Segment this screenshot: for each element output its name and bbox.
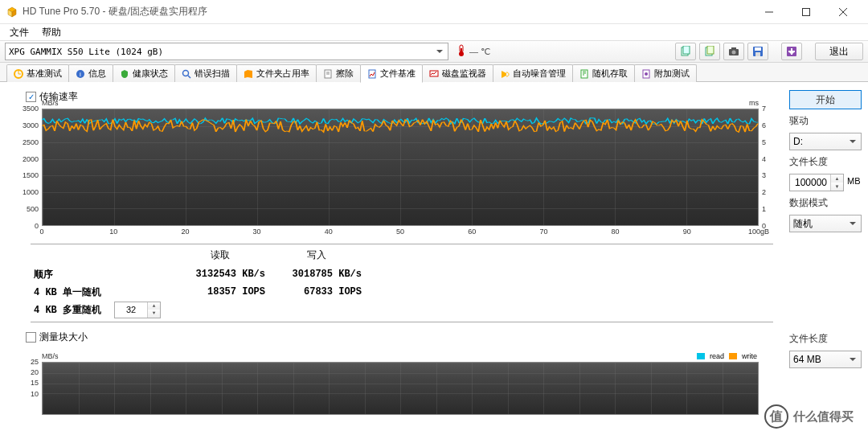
tab-10[interactable]: 附加测试 bbox=[634, 64, 697, 82]
tab-3[interactable]: 错误扫描 bbox=[174, 64, 237, 82]
tab-icon-2 bbox=[120, 69, 129, 79]
svg-rect-1 bbox=[803, 8, 810, 15]
svg-rect-12 bbox=[731, 47, 736, 50]
tab-0[interactable]: 基准测试 bbox=[6, 64, 69, 82]
svg-rect-8 bbox=[683, 46, 690, 54]
screenshot-button[interactable] bbox=[723, 43, 744, 60]
tab-label-5: 擦除 bbox=[336, 68, 354, 80]
svg-point-32 bbox=[645, 72, 648, 76]
chart1-right-unit: ms bbox=[749, 99, 759, 107]
filelen2-select[interactable]: 64 MB bbox=[789, 351, 862, 368]
single-read-value: 18357 IOPS bbox=[207, 286, 265, 298]
filelen2-label: 文件长度 bbox=[789, 332, 862, 346]
menu-file[interactable]: 文件 bbox=[3, 24, 35, 41]
maximize-button[interactable] bbox=[788, 0, 825, 24]
filelen-up[interactable]: ▲ bbox=[831, 174, 843, 183]
seq-label: 顺序 bbox=[34, 268, 53, 281]
drive-label: 驱动 bbox=[789, 114, 862, 128]
start-button[interactable]: 开始 bbox=[789, 90, 862, 109]
titlebar: HD Tune Pro 5.70 - 硬盘/固态硬盘实用程序 bbox=[0, 0, 868, 24]
tab-1[interactable]: i信息 bbox=[68, 64, 113, 82]
filelen-spinner[interactable]: ▲▼ bbox=[789, 174, 844, 191]
side-panel: 开始 驱动 D: 文件长度 ▲▼ MB 数据模式 随机 文件长度 64 MB bbox=[789, 88, 862, 415]
single-write-value: 67833 IOPS bbox=[304, 286, 362, 298]
tab-label-9: 随机存取 bbox=[592, 68, 628, 80]
queue-up[interactable]: ▲ bbox=[148, 302, 160, 310]
pattern-label: 数据模式 bbox=[789, 196, 862, 210]
tab-icon-6 bbox=[367, 69, 377, 79]
tab-bar: 基准测试i信息健康状态错误扫描文件夹占用率擦除文件基准磁盘监视器自动噪音管理随机… bbox=[0, 63, 868, 82]
watermark-text: 什么值得买 bbox=[793, 409, 854, 425]
tab-2[interactable]: 健康状态 bbox=[113, 64, 175, 82]
transfer-chart: MB/s ms 0500100015002000250030003500 012… bbox=[24, 109, 775, 237]
tab-icon-0 bbox=[14, 69, 23, 79]
seq-read-value: 3132543 KB/s bbox=[196, 269, 265, 280]
drive-select-value: D: bbox=[793, 136, 803, 147]
svg-rect-10 bbox=[707, 46, 714, 54]
temp-indicator: — ℃ bbox=[452, 44, 495, 59]
tab-icon-4 bbox=[244, 69, 253, 79]
tab-8[interactable]: 自动噪音管理 bbox=[493, 64, 573, 82]
tab-icon-9 bbox=[579, 69, 589, 79]
watermark-badge: 值 bbox=[764, 404, 788, 429]
chart1-left-unit: MB/s bbox=[42, 99, 59, 107]
tab-icon-3 bbox=[182, 69, 191, 79]
filelen-input[interactable] bbox=[790, 174, 830, 191]
watermark: 值 什么值得买 bbox=[764, 404, 854, 429]
filelen2-value: 64 MB bbox=[793, 354, 821, 365]
tab-label-6: 文件基准 bbox=[380, 68, 416, 80]
block-chart: MB/s readwrite 10152025 bbox=[24, 352, 775, 415]
pattern-select[interactable]: 随机 bbox=[789, 215, 862, 232]
tab-7[interactable]: 磁盘监视器 bbox=[422, 64, 493, 82]
thermometer-icon bbox=[457, 44, 466, 59]
tab-icon-5 bbox=[323, 69, 333, 79]
save-button[interactable] bbox=[747, 43, 768, 60]
tab-label-1: 信息 bbox=[88, 68, 106, 80]
legend-read: read bbox=[710, 352, 724, 360]
multi-random-label: 4 KB 多重随机 bbox=[34, 303, 101, 317]
svg-line-24 bbox=[188, 76, 190, 78]
queue-depth-spinner[interactable]: ▲▼ bbox=[114, 302, 161, 318]
tab-6[interactable]: 文件基准 bbox=[360, 64, 423, 83]
svg-rect-28 bbox=[369, 70, 375, 78]
tab-label-8: 自动噪音管理 bbox=[513, 68, 566, 80]
filelen-unit: MB bbox=[847, 176, 861, 186]
drive-dropdown[interactable]: XPG GAMMIX S50 Lite (1024 gB) bbox=[5, 43, 448, 60]
drive-value: XPG GAMMIX S50 Lite (1024 gB) bbox=[9, 47, 163, 57]
menubar: 文件 帮助 bbox=[0, 24, 868, 40]
app-icon bbox=[6, 6, 18, 18]
svg-point-23 bbox=[183, 70, 189, 76]
queue-depth-input[interactable] bbox=[115, 302, 147, 318]
queue-down[interactable]: ▼ bbox=[148, 310, 160, 318]
chart2-left-unit: MB/s bbox=[42, 352, 59, 360]
legend-write: write bbox=[742, 352, 757, 360]
tab-label-7: 磁盘监视器 bbox=[442, 68, 486, 80]
filelen-down[interactable]: ▼ bbox=[831, 183, 843, 191]
toolbar: XPG GAMMIX S50 Lite (1024 gB) — ℃ 退出 bbox=[0, 40, 868, 63]
svg-rect-15 bbox=[755, 47, 761, 51]
tab-icon-8 bbox=[500, 69, 510, 79]
tab-label-0: 基准测试 bbox=[27, 68, 62, 80]
minimize-button[interactable] bbox=[751, 0, 788, 24]
window-title: HD Tune Pro 5.70 - 硬盘/固态硬盘实用程序 bbox=[23, 5, 751, 18]
single-random-label: 4 KB 单一随机 bbox=[34, 285, 101, 299]
pattern-value: 随机 bbox=[793, 217, 813, 231]
tab-label-3: 错误扫描 bbox=[194, 68, 230, 80]
settings-button[interactable] bbox=[781, 43, 802, 60]
tab-5[interactable]: 擦除 bbox=[316, 64, 361, 82]
block-size-checkbox[interactable] bbox=[26, 332, 36, 343]
svg-text:i: i bbox=[80, 71, 81, 78]
filelen-label: 文件长度 bbox=[789, 155, 862, 169]
exit-button[interactable]: 退出 bbox=[815, 43, 863, 60]
copy-image-button[interactable] bbox=[699, 43, 720, 60]
svg-point-13 bbox=[732, 51, 736, 55]
read-swatch bbox=[697, 353, 705, 359]
tab-icon-10 bbox=[641, 69, 651, 79]
drive-select[interactable]: D: bbox=[789, 133, 862, 150]
close-button[interactable] bbox=[825, 0, 862, 24]
menu-help[interactable]: 帮助 bbox=[35, 24, 68, 41]
tab-9[interactable]: 随机存取 bbox=[572, 64, 635, 82]
copy-text-button[interactable] bbox=[675, 43, 696, 60]
tab-4[interactable]: 文件夹占用率 bbox=[236, 64, 317, 82]
transfer-rate-checkbox[interactable] bbox=[26, 92, 36, 102]
